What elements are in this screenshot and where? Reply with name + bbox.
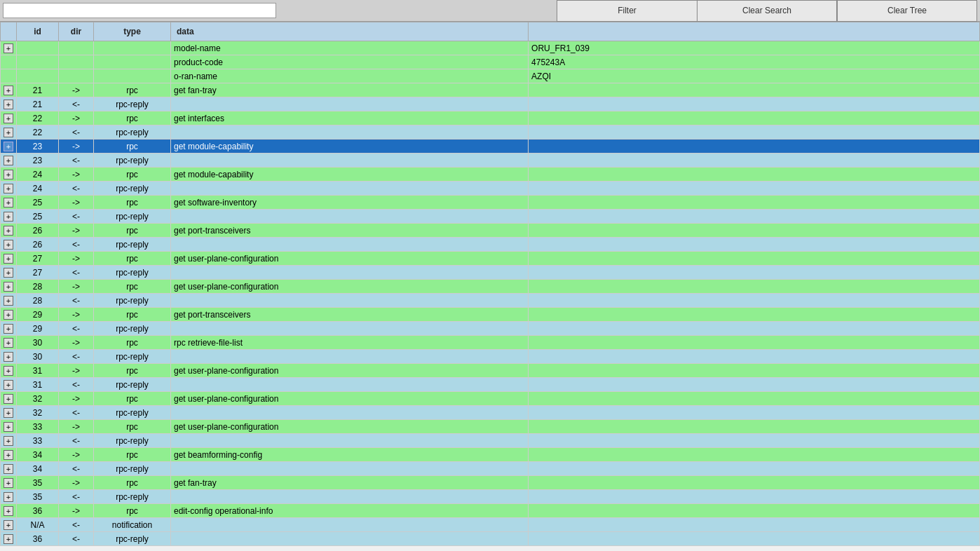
expand-button[interactable]: + [4,506,13,516]
table-row[interactable]: o-ran-nameAZQI [1,69,980,83]
expand-button[interactable]: + [4,43,13,53]
table-row[interactable]: +24<-rpc-reply [1,182,980,196]
dir-cell: -> [59,224,94,238]
expand-button[interactable]: + [4,282,13,292]
table-row[interactable]: +34->rpcget beamforming-config [1,448,980,462]
table-row[interactable]: +27->rpcget user-plane-configuration [1,252,980,266]
table-row[interactable]: +33->rpcget user-plane-configuration [1,420,980,434]
expand-button[interactable]: + [4,114,13,123]
expand-button[interactable]: + [4,394,13,404]
table-row[interactable]: +36<-rpc-reply [1,532,980,546]
table-row[interactable]: +25<-rpc-reply [1,210,980,224]
expand-button[interactable]: + [4,226,13,236]
dir-cell: -> [59,280,94,294]
table-row[interactable]: +33<-rpc-reply [1,434,980,448]
expand-button[interactable]: + [4,184,13,193]
dir-cell: -> [59,83,94,97]
table-row[interactable]: +22<-rpc-reply [1,125,980,140]
value-cell [529,238,980,252]
table-row[interactable]: +27<-rpc-reply [1,266,980,280]
id-cell: 27 [17,266,59,280]
type-cell: rpc [94,83,171,97]
table-row[interactable]: +35<-rpc-reply [1,490,980,504]
value-cell [529,392,980,406]
expand-button[interactable]: + [4,240,13,250]
expand-button[interactable]: + [4,170,13,179]
expand-button[interactable]: + [4,296,13,306]
table-row[interactable]: +31<-rpc-reply [1,378,980,392]
expand-button[interactable]: + [4,86,13,95]
expand-button[interactable]: + [4,534,13,544]
table-row[interactable]: +29->rpcget port-transceivers [1,308,980,322]
table-row[interactable]: +25->rpcget software-inventory [1,196,980,210]
table-row[interactable]: +28->rpcget user-plane-configuration [1,280,980,294]
expand-button[interactable]: + [4,100,13,109]
dir-cell: <- [59,462,94,476]
value-cell [529,140,980,154]
table-row[interactable]: +30<-rpc-reply [1,350,980,364]
expand-button[interactable]: + [4,198,13,208]
id-cell: 26 [17,238,59,252]
table-row[interactable]: +26<-rpc-reply [1,238,980,252]
expand-button[interactable]: + [4,352,13,362]
table-row[interactable]: +31->rpcget user-plane-configuration [1,364,980,378]
expand-button[interactable]: + [4,380,13,390]
expand-button[interactable]: + [4,478,13,488]
table-row[interactable]: +32->rpcget user-plane-configuration [1,392,980,406]
id-cell [17,41,59,55]
expand-button[interactable]: + [4,464,13,474]
expand-button[interactable]: + [4,450,13,460]
table-row[interactable]: +32<-rpc-reply [1,406,980,420]
expand-button[interactable]: + [4,422,13,432]
table-row[interactable]: product-code475243A [1,55,980,69]
clear-tree-button[interactable]: Clear Tree [837,0,977,22]
table-row[interactable]: +26->rpcget port-transceivers [1,224,980,238]
table-row[interactable]: +36->rpcedit-config operational-info [1,504,980,518]
expand-button[interactable]: + [4,254,13,264]
filter-button[interactable]: Filter [557,0,697,22]
table-row[interactable]: +35->rpcget fan-tray [1,476,980,490]
expand-button[interactable]: + [4,338,13,348]
id-cell: 36 [17,532,59,546]
table-row[interactable]: +30->rpcrpc retrieve-file-list [1,336,980,350]
expand-button[interactable]: + [4,492,13,502]
table-row[interactable]: +23->rpcget module-capability [1,140,980,154]
expand-button[interactable]: + [4,142,13,151]
clear-search-button[interactable]: Clear Search [697,0,837,22]
table-row[interactable]: +21->rpcget fan-tray [1,83,980,97]
expand-button[interactable]: + [4,156,13,165]
expand-button[interactable]: + [4,436,13,446]
data-cell: get module-capability [171,140,529,154]
dir-cell: <- [59,532,94,546]
table-row[interactable]: +22->rpcget interfaces [1,111,980,125]
value-cell [529,308,980,322]
expand-button[interactable]: + [4,408,13,418]
expand-button[interactable]: + [4,366,13,376]
id-cell: 21 [17,83,59,97]
dir-cell [59,41,94,55]
expand-button[interactable]: + [4,520,13,530]
table-row[interactable]: +34<-rpc-reply [1,462,980,476]
expand-button[interactable]: + [4,128,13,137]
table-row[interactable]: +21<-rpc-reply [1,97,980,111]
id-cell: 31 [17,364,59,378]
expand-button[interactable]: + [4,268,13,278]
data-cell: get user-plane-configuration [171,252,529,266]
expand-button[interactable]: + [4,324,13,334]
data-cell: get port-transceivers [171,308,529,322]
table-row[interactable]: +model-nameORU_FR1_039 [1,41,980,55]
id-cell: 21 [17,97,59,111]
table-row[interactable]: +23<-rpc-reply [1,154,980,168]
table-row[interactable]: +N/A<-notification [1,518,980,532]
expand-cell: + [1,83,17,97]
table-row[interactable]: +28<-rpc-reply [1,294,980,308]
type-cell: rpc-reply [94,350,171,364]
table-row[interactable]: +24->rpcget module-capability [1,168,980,182]
expand-cell: + [1,154,17,168]
table-row[interactable]: +29<-rpc-reply [1,322,980,336]
search-input[interactable] [3,3,276,18]
expand-button[interactable]: + [4,310,13,320]
expand-button[interactable]: + [4,212,13,222]
type-cell: rpc-reply [94,154,171,168]
data-cell [171,238,529,252]
